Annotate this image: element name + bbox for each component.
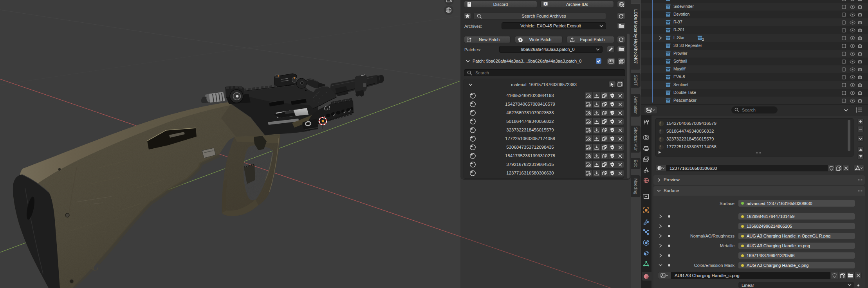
svg-text:i: i bbox=[545, 2, 546, 6]
